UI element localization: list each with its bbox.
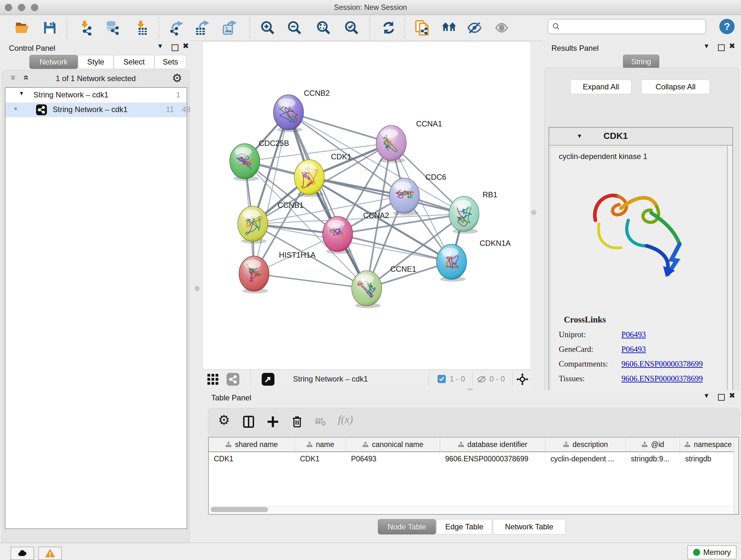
column-header[interactable]: @id bbox=[626, 437, 680, 451]
help-icon[interactable]: ? bbox=[719, 19, 735, 34]
tab-network-table[interactable]: Network Table bbox=[493, 519, 565, 535]
zoom-out-icon[interactable] bbox=[287, 20, 302, 36]
tab-edge-table[interactable]: Edge Table bbox=[436, 519, 492, 535]
export-table-icon[interactable] bbox=[195, 20, 210, 36]
zoom-in-icon[interactable] bbox=[260, 20, 275, 36]
hierarchy-icon bbox=[563, 442, 569, 447]
svg-text:CCNE1: CCNE1 bbox=[390, 265, 416, 273]
tab-select[interactable]: Select bbox=[114, 55, 154, 69]
zoom-selected-icon[interactable] bbox=[344, 20, 359, 36]
panel-close-icon[interactable]: ✖ bbox=[183, 39, 189, 53]
column-header[interactable]: name bbox=[295, 437, 346, 451]
gene-header[interactable]: ▼ CDK1 bbox=[549, 128, 732, 145]
hierarchy-icon bbox=[225, 442, 232, 447]
string-network-icon bbox=[36, 105, 47, 115]
toolbar-separator bbox=[250, 372, 251, 386]
svg-text:CCNB1: CCNB1 bbox=[278, 201, 304, 209]
panel-close-icon[interactable]: ✖ bbox=[729, 388, 735, 403]
pan-crosshair-icon[interactable] bbox=[516, 373, 529, 385]
string-network-graph[interactable]: CCNB2CCNA1CDC25BCDK1CDC6RB1CCNB1CCNA2CDK… bbox=[203, 42, 531, 369]
network-view-title: String Network – cdk1 bbox=[293, 370, 368, 388]
crosslink-label: Compartments: bbox=[551, 360, 619, 368]
memory-status-dot bbox=[693, 549, 700, 556]
table-horizontal-scrollbar[interactable] bbox=[209, 506, 735, 513]
gear-icon[interactable]: ⚙ bbox=[172, 71, 182, 85]
toolbar-separator bbox=[404, 17, 405, 38]
panel-menu-icon[interactable]: ▼ bbox=[703, 388, 710, 403]
import-network-from-database-icon[interactable] bbox=[105, 20, 120, 36]
cloud-icon[interactable] bbox=[10, 547, 34, 560]
fit-content-icon[interactable] bbox=[316, 20, 331, 36]
selected-checkbox-icon[interactable] bbox=[437, 375, 446, 383]
memory-button[interactable]: Memory bbox=[687, 545, 737, 559]
results-scrollbar[interactable] bbox=[727, 145, 732, 393]
table-gear-icon[interactable]: ⚙ bbox=[218, 412, 230, 428]
cell-description: cyclin-dependent ... bbox=[545, 452, 626, 466]
save-session-icon[interactable] bbox=[42, 20, 57, 36]
network-row-selected[interactable]: ● String Network – cdk1 11 48 bbox=[5, 103, 187, 117]
table-header-row: shared name name canonical name database… bbox=[209, 437, 738, 452]
crosslink-link[interactable]: 9606.ENSP00000378699 bbox=[621, 360, 703, 368]
memory-label: Memory bbox=[703, 548, 731, 557]
hide-graphics-details-icon[interactable] bbox=[467, 20, 482, 36]
panel-float-icon[interactable] bbox=[718, 44, 725, 51]
svg-text:CCNA2: CCNA2 bbox=[363, 211, 389, 220]
tab-sets[interactable]: Sets bbox=[154, 55, 186, 69]
show-columns-icon[interactable] bbox=[242, 415, 255, 428]
vertical-splitter-handle-right[interactable] bbox=[531, 210, 536, 215]
scrollbar-thumb[interactable] bbox=[211, 507, 268, 512]
svg-text:RB1: RB1 bbox=[482, 190, 497, 199]
column-label: shared name bbox=[235, 440, 278, 449]
column-header[interactable]: canonical name bbox=[346, 437, 440, 451]
column-label: database identifier bbox=[468, 440, 528, 449]
crosslink-label: Tissues: bbox=[551, 374, 619, 383]
crosslink-link[interactable]: P06493 bbox=[621, 330, 646, 339]
panel-float-icon[interactable] bbox=[172, 44, 179, 51]
export-network-icon[interactable] bbox=[169, 20, 185, 36]
table-row[interactable]: CDK1 CDK1 P06493 9606.ENSP00000378699 cy… bbox=[209, 452, 738, 466]
warning-icon[interactable] bbox=[38, 547, 62, 560]
open-file-icon[interactable] bbox=[15, 20, 30, 36]
export-image-icon[interactable] bbox=[221, 20, 237, 36]
expand-all-button[interactable]: Expand All bbox=[570, 79, 631, 94]
crosslink-link[interactable]: P06493 bbox=[621, 345, 646, 354]
tab-node-table[interactable]: Node Table bbox=[378, 519, 436, 535]
column-header[interactable]: shared name bbox=[209, 437, 295, 451]
import-table-from-file-icon[interactable] bbox=[133, 20, 149, 36]
column-header[interactable]: namespace bbox=[680, 437, 736, 451]
network-collection-row[interactable]: ▼ String Network – cdk1 1 bbox=[5, 88, 187, 103]
vertical-splitter-handle-left[interactable] bbox=[195, 286, 199, 291]
tree-collapse-icon[interactable]: ▼ bbox=[19, 90, 24, 97]
crosslink-link[interactable]: 9606.ENSP00000378699 bbox=[621, 374, 703, 383]
search-input[interactable] bbox=[563, 22, 702, 31]
delete-column-icon[interactable] bbox=[291, 415, 304, 428]
import-network-from-file-icon[interactable] bbox=[78, 20, 93, 36]
panel-menu-icon[interactable]: ▼ bbox=[157, 39, 163, 53]
column-header[interactable]: description bbox=[545, 437, 626, 451]
column-header[interactable]: database identifier bbox=[440, 437, 545, 451]
add-column-icon[interactable] bbox=[266, 415, 279, 428]
share-view-icon[interactable] bbox=[226, 373, 239, 386]
tab-network[interactable]: Network bbox=[29, 55, 78, 69]
gene-collapse-icon[interactable]: ▼ bbox=[577, 133, 583, 139]
first-neighbors-icon[interactable] bbox=[442, 20, 457, 36]
refresh-icon[interactable] bbox=[381, 20, 396, 36]
string-results-body: Expand All Collapse All ▼ CDK1 cyclin-de… bbox=[544, 68, 739, 401]
network-view-canvas[interactable]: CCNB2CCNA1CDC25BCDK1CDC6RB1CCNB1CCNA2CDK… bbox=[202, 42, 531, 370]
toolbar-separator bbox=[369, 17, 370, 38]
panel-float-icon[interactable] bbox=[718, 394, 725, 401]
panel-menu-icon[interactable]: ▼ bbox=[703, 39, 710, 53]
hidden-eye-icon[interactable] bbox=[477, 374, 486, 384]
duplicate-network-icon[interactable] bbox=[414, 20, 430, 36]
table-vertical-scrollbar[interactable] bbox=[734, 437, 738, 514]
birds-eye-view-icon[interactable] bbox=[207, 374, 218, 385]
network-label: String Network – cdk1 bbox=[53, 105, 128, 114]
open-in-new-window-icon[interactable] bbox=[262, 373, 274, 386]
table-panel: Table Panel ▼ ✖ ⚙ f(x) shared name name … bbox=[202, 390, 741, 543]
eye-icon[interactable] bbox=[494, 20, 509, 36]
panel-close-icon[interactable]: ✖ bbox=[729, 39, 735, 53]
collapse-all-button[interactable]: Collapse All bbox=[641, 79, 710, 94]
node-table[interactable]: shared name name canonical name database… bbox=[208, 437, 739, 515]
tab-string[interactable]: String bbox=[623, 55, 659, 69]
tab-style[interactable]: Style bbox=[78, 55, 114, 69]
